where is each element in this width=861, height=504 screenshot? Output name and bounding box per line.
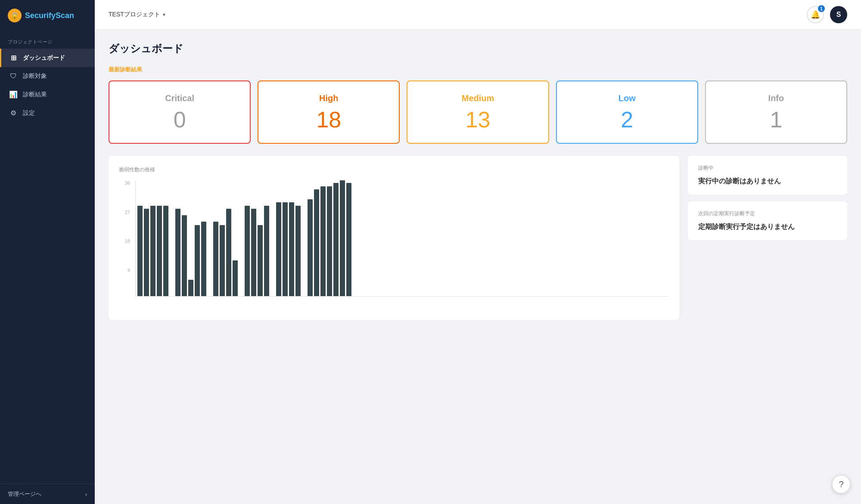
bar	[163, 206, 168, 296]
bar	[295, 206, 301, 296]
sidebar-item-label: 診断結果	[23, 91, 47, 99]
header: TESTプロジェクト ▾ 🔔 1 S	[95, 0, 861, 30]
score-card-info: Info 1	[705, 80, 847, 144]
bar	[220, 225, 225, 296]
project-selector[interactable]: TESTプロジェクト ▾	[109, 11, 165, 19]
bar	[213, 222, 218, 296]
bar	[314, 189, 319, 296]
chart-area: 36 27 18 9	[119, 180, 669, 309]
sidebar-item-label: ダッシュボード	[23, 54, 65, 62]
bar	[283, 202, 288, 296]
score-card-critical: Critical 0	[109, 80, 251, 144]
y-label-9: 9	[127, 268, 130, 273]
critical-label: Critical	[118, 93, 241, 103]
bar	[346, 183, 351, 296]
bottom-section: 脆弱性数の推移 36 27 18 9 診断中 実行中	[109, 156, 847, 320]
content-area: ダッシュボード 最新診断結果 Critical 0 High 18 Medium…	[95, 30, 861, 504]
logo-icon: 🔒	[8, 9, 22, 22]
running-scan-content: 実行中の診断はありません	[698, 177, 837, 186]
settings-icon: ⚙	[9, 109, 18, 117]
bar	[195, 225, 200, 296]
score-card-high: High 18	[258, 80, 400, 144]
score-cards: Critical 0 High 18 Medium 13 Low 2 Info …	[109, 80, 847, 144]
bar	[137, 206, 143, 296]
sidebar-item-label: 診断対象	[23, 72, 47, 80]
header-actions: 🔔 1 S	[807, 6, 847, 23]
bar	[188, 280, 193, 296]
scheduled-scan-title: 次回の定期実行診断予定	[698, 210, 837, 217]
admin-page-link[interactable]: 管理ページへ ›	[0, 484, 95, 504]
question-mark-icon: ?	[839, 479, 843, 489]
help-button[interactable]: ?	[832, 475, 851, 494]
bar	[320, 186, 326, 296]
bar	[276, 202, 281, 296]
bar	[340, 180, 345, 296]
chevron-down-icon: ▾	[163, 12, 165, 18]
sidebar-item-dashboard[interactable]: ⊞ ダッシュボード	[0, 49, 95, 67]
running-scan-title: 診断中	[698, 164, 837, 172]
bar	[182, 215, 187, 296]
critical-value: 0	[118, 108, 241, 131]
project-name: TESTプロジェクト	[109, 11, 160, 19]
medium-value: 13	[416, 108, 539, 131]
chart-bars	[135, 180, 669, 297]
bar	[333, 183, 339, 296]
score-card-low: Low 2	[556, 80, 698, 144]
bar	[157, 206, 162, 296]
section-label: 最新診断結果	[109, 66, 847, 74]
bar	[308, 199, 313, 296]
scheduled-scan-content: 定期診断実行予定はありません	[698, 223, 837, 232]
bar	[150, 206, 155, 296]
chart-title: 脆弱性数の推移	[119, 166, 669, 173]
logo-text: SecurifyScan	[25, 11, 74, 20]
high-value: 18	[267, 108, 390, 131]
medium-label: Medium	[416, 93, 539, 103]
notification-bell-button[interactable]: 🔔 1	[807, 6, 824, 23]
y-label-36: 36	[125, 180, 130, 186]
bar	[251, 209, 256, 296]
bar	[144, 209, 149, 296]
sidebar-item-label: 設定	[23, 109, 35, 117]
bar	[226, 209, 231, 296]
dashboard-icon: ⊞	[9, 54, 18, 62]
bar	[258, 225, 263, 296]
y-label-18: 18	[125, 238, 130, 244]
sidebar-nav: ⊞ ダッシュボード 🛡 診断対象 📊 診断結果 ⚙ 設定	[0, 49, 95, 122]
notification-badge: 1	[818, 5, 825, 12]
main-area: TESTプロジェクト ▾ 🔔 1 S ダッシュボード 最新診断結果 Critic…	[95, 0, 861, 504]
page-title: ダッシュボード	[109, 42, 847, 56]
sidebar-item-settings[interactable]: ⚙ 設定	[0, 104, 95, 122]
low-label: Low	[566, 93, 689, 103]
sidebar: 🔒 SecurifyScan プロジェクトページ ⊞ ダッシュボード 🛡 診断対…	[0, 0, 95, 504]
bar	[175, 209, 180, 296]
low-value: 2	[566, 108, 689, 131]
bar	[245, 206, 250, 296]
bar	[233, 260, 238, 296]
sidebar-item-targets[interactable]: 🛡 診断対象	[0, 67, 95, 85]
bar	[327, 186, 332, 296]
y-label-27: 27	[125, 210, 130, 215]
info-label: Info	[715, 93, 838, 103]
running-scan-card: 診断中 実行中の診断はありません	[688, 156, 847, 195]
results-icon: 📊	[9, 90, 18, 99]
targets-icon: 🛡	[9, 72, 18, 80]
side-cards: 診断中 実行中の診断はありません 次回の定期実行診断予定 定期診断実行予定はあり…	[688, 156, 847, 320]
y-axis: 36 27 18 9	[119, 180, 133, 297]
info-value: 1	[715, 108, 838, 131]
chevron-right-icon: ›	[85, 491, 87, 498]
sidebar-section-label: プロジェクトページ	[0, 31, 95, 49]
bar	[264, 206, 269, 296]
user-avatar-button[interactable]: S	[830, 6, 847, 23]
score-card-medium: Medium 13	[407, 80, 549, 144]
bar	[201, 222, 206, 296]
bar	[289, 202, 294, 296]
high-label: High	[267, 93, 390, 103]
logo: 🔒 SecurifyScan	[0, 0, 95, 31]
scheduled-scan-card: 次回の定期実行診断予定 定期診断実行予定はありません	[688, 201, 847, 240]
chart-card: 脆弱性数の推移 36 27 18 9	[109, 156, 679, 320]
sidebar-item-results[interactable]: 📊 診断結果	[0, 85, 95, 104]
